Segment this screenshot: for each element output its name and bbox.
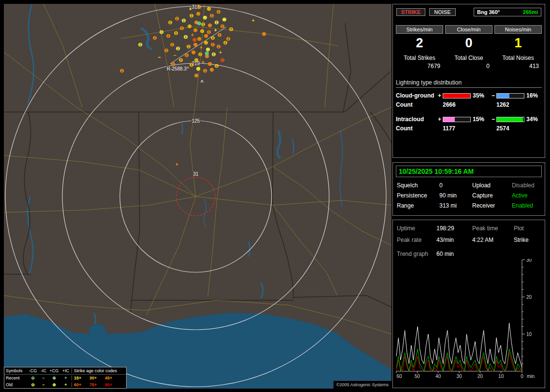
age-codes-row1: 15+ 30+ 45+ [72,376,125,380]
svg-text:+: + [202,59,204,65]
svg-text:⊕: ⊕ [206,6,211,12]
upload-status: Disabled [512,182,542,189]
cg-positive-count: 2666 [443,101,490,108]
svg-text:+: + [189,6,192,12]
total-close-label: Total Close [445,55,492,61]
upload-label: Upload [472,182,512,189]
cg-negative-bar [496,93,524,98]
svg-text:⊖: ⊖ [229,26,233,32]
svg-text:min: min [527,374,535,379]
noises-per-min-value: 1 [494,36,542,50]
svg-text:+: + [175,162,178,167]
persistence-label: Persistence [397,192,439,199]
svg-text:⊖: ⊖ [189,62,193,68]
distribution-title: Lightning type distribution [396,79,542,88]
svg-text:⊕: ⊕ [192,37,196,42]
bearing-range: 265mi [523,9,538,15]
cloud-ground-row: Cloud-ground + 35% − 16% [396,92,542,99]
close-per-min-value: 0 [445,36,492,50]
legend-col-pcg: +CG [48,368,60,373]
svg-text:⊖: ⊖ [178,57,183,63]
svg-text:⊖: ⊖ [171,61,175,67]
svg-text:⊖: ⊖ [175,45,180,51]
age-60: 60+ [74,382,89,387]
svg-text:−: − [158,55,161,60]
svg-text:⊖: ⊖ [159,29,163,35]
svg-text:⊖: ⊖ [198,51,202,57]
legend-old-label: Old [6,382,27,387]
ic-negative-count: 2574 [496,125,543,132]
lightning-map[interactable]: 313 219 125 31 R-2588.3^ ⊖⊕⊕⊖⊖⊖⊖⊕⊖⊕⊖⊖⊕⊖⊕… [4,4,391,389]
svg-text:⊕: ⊕ [194,57,198,63]
svg-text:30: 30 [526,259,532,263]
svg-text:⊕: ⊕ [204,50,209,56]
uptime-label: Uptime [397,225,436,232]
svg-text:⊖: ⊖ [214,19,218,25]
strikes-per-min-button[interactable]: Strikes/min [396,25,443,34]
svg-text:⊕: ⊕ [191,49,195,55]
counter-noises: Noises/min 1 Total Noises 413 [494,25,542,70]
ic-negative-bar [496,117,524,122]
svg-text:⊕: ⊕ [187,23,191,29]
legend-col-ncg: -CG [27,368,39,373]
ic-positive-bar [443,117,471,122]
recent-pic-icon: + [60,376,72,380]
svg-text:⊕: ⊕ [261,31,266,37]
svg-text:⊕: ⊕ [203,40,208,45]
legend-symbols-header: Symbols [6,368,27,373]
plot-label: Plot [514,225,542,232]
svg-text:⊕: ⊕ [203,14,207,20]
ic-positive-count: 1177 [443,125,490,132]
status-section: 10/25/2025 10:59:16 AM Squelch 0 Upload … [392,162,545,216]
svg-text:−: − [174,53,176,58]
cg-count-label: Count [396,101,436,108]
trend-graph: 1020306050403020100min [395,259,543,384]
intracloud-count-row: Count 1177 2574 [396,125,542,132]
svg-text:^: ^ [201,79,204,85]
close-per-min-button[interactable]: Close/min [445,25,492,34]
svg-text:⊖: ⊖ [210,35,215,41]
total-strikes-value: 7679 [396,63,443,70]
total-close-value: 0 [445,63,492,70]
counter-strikes: Strikes/min 2 Total Strikes 7679 [396,25,443,70]
recent-ncg-icon: ⊖ [27,376,39,380]
bearing-display[interactable]: Bng 360° 265mi [474,8,541,16]
plus-sign: + [436,92,443,99]
svg-text:⊖: ⊖ [119,68,124,73]
svg-text:⊕: ⊕ [207,22,212,28]
ring-label-31: 31 [193,171,199,177]
svg-text:10: 10 [526,332,532,337]
old-pic-icon: + [60,382,72,387]
control-panel: STRIKE NOISE Bng 360° 265mi Strikes/min … [392,0,546,392]
old-pcg-icon: ⊕ [48,382,60,387]
map-canvas: 313 219 125 31 R-2588.3^ ⊖⊕⊕⊖⊖⊖⊖⊕⊖⊕⊖⊖⊕⊖⊕… [4,4,391,389]
age-30: 30+ [89,376,105,380]
svg-text:60: 60 [396,374,402,379]
trend-graph-label: Trend graph [397,251,436,257]
svg-text:⊕: ⊕ [209,67,214,72]
strike-button[interactable]: STRIKE [396,8,425,16]
svg-text:⊖: ⊖ [183,34,188,40]
total-strikes-label: Total Strikes [396,55,443,61]
noises-per-min-button[interactable]: Noises/min [494,25,542,34]
minus-sign: − [490,116,496,123]
svg-text:⊖: ⊖ [220,57,224,63]
age-15: 15+ [74,376,89,380]
counters-section: STRIKE NOISE Bng 360° 265mi Strikes/min … [392,4,545,158]
ic-negative-pct: 34% [525,116,543,123]
svg-text:⊖: ⊖ [166,33,170,39]
svg-text:20: 20 [478,374,483,379]
receiver-label: Receiver [472,202,512,209]
app-window: 313 219 125 31 R-2588.3^ ⊖⊕⊕⊖⊖⊖⊖⊕⊖⊕⊖⊖⊕⊖⊕… [0,0,550,392]
age-90: 90+ [105,382,120,387]
noise-button[interactable]: NOISE [429,8,455,16]
legend-recent-label: Recent [6,376,27,380]
svg-text:⊖: ⊖ [184,52,188,58]
svg-text:⊖: ⊖ [168,19,172,25]
svg-text:⊖: ⊖ [174,30,178,36]
counter-close: Close/min 0 Total Close 0 [445,25,492,70]
cg-positive-bar [443,93,471,98]
svg-text:⊕: ⊕ [222,16,226,22]
svg-text:⊖: ⊖ [217,32,221,38]
peak-time-value: 4:22 AM [472,237,514,243]
